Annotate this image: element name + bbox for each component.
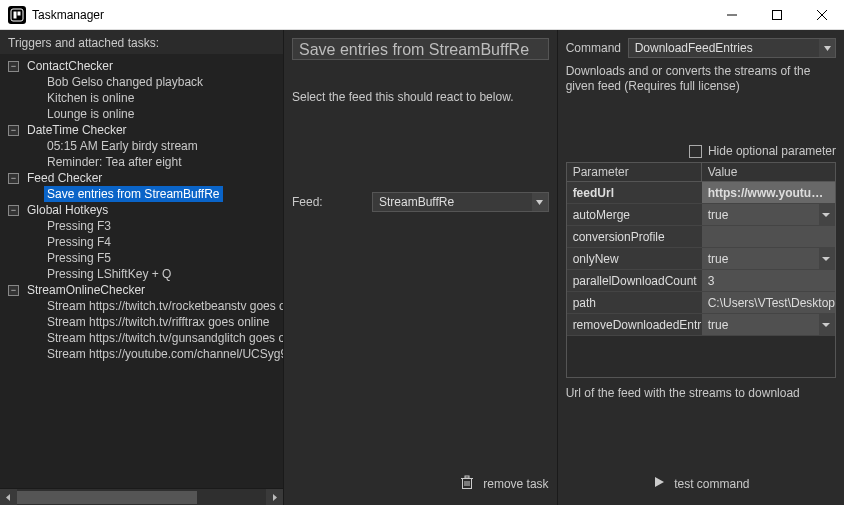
parameter-row[interactable]: pathC:\Users\VTest\Desktop bbox=[567, 292, 835, 314]
collapse-icon[interactable]: − bbox=[8, 125, 19, 136]
chevron-down-icon[interactable] bbox=[822, 213, 830, 217]
parameter-value[interactable]: 3 bbox=[702, 270, 835, 291]
hide-optional-label: Hide optional parameter bbox=[708, 144, 836, 158]
titlebar: Taskmanager bbox=[0, 0, 844, 30]
parameter-value[interactable] bbox=[702, 226, 835, 247]
svg-rect-0 bbox=[11, 9, 23, 21]
remove-task-label: remove task bbox=[483, 477, 548, 491]
tree-group[interactable]: −DateTime Checker bbox=[0, 122, 283, 138]
parameter-row[interactable]: onlyNewtrue bbox=[567, 248, 835, 270]
tree-item[interactable]: Save entries from StreamBuffRe bbox=[0, 186, 283, 202]
svg-marker-7 bbox=[6, 494, 10, 501]
tree-group[interactable]: −Feed Checker bbox=[0, 170, 283, 186]
window-title: Taskmanager bbox=[32, 8, 709, 22]
tree-item[interactable]: Lounge is online bbox=[0, 106, 283, 122]
parameter-name: onlyNew bbox=[567, 248, 702, 269]
tree-item[interactable]: Stream https://twitch.tv/rifftrax goes o… bbox=[0, 314, 283, 330]
parameter-value[interactable]: C:\Users\VTest\Desktop bbox=[702, 292, 835, 313]
tree-item[interactable]: Bob Gelso changed playback bbox=[0, 74, 283, 90]
checkbox-icon[interactable] bbox=[689, 145, 702, 158]
feed-combo[interactable]: StreamBuffRe bbox=[372, 192, 549, 212]
tree-item[interactable]: Stream https://twitch.tv/rocketbeanstv g… bbox=[0, 298, 283, 314]
tree-item-label: Stream https://youtube.com/channel/UCSyg… bbox=[44, 346, 283, 362]
parameter-help-text: Url of the feed with the streams to down… bbox=[566, 386, 836, 400]
task-title-input[interactable]: Save entries from StreamBuffRe bbox=[292, 38, 549, 60]
collapse-icon[interactable]: − bbox=[8, 205, 19, 216]
feed-label: Feed: bbox=[292, 195, 372, 209]
tree-item-label: 05:15 AM Early birdy stream bbox=[44, 138, 201, 154]
tree-group-label: Global Hotkeys bbox=[24, 202, 111, 218]
test-command-label: test command bbox=[674, 477, 749, 491]
parameter-row[interactable]: parallelDownloadCount3 bbox=[567, 270, 835, 292]
tree-group[interactable]: −Global Hotkeys bbox=[0, 202, 283, 218]
command-combo-dropdown-icon[interactable] bbox=[819, 39, 835, 57]
command-combo-value: DownloadFeedEntries bbox=[635, 41, 753, 55]
taskmanager-window: Taskmanager Triggers and attached tasks:… bbox=[0, 0, 844, 505]
parameter-value[interactable]: true bbox=[702, 204, 835, 225]
header-parameter: Parameter bbox=[567, 163, 702, 181]
scroll-right-button[interactable] bbox=[266, 489, 283, 506]
scroll-track[interactable] bbox=[17, 489, 266, 506]
triggers-heading: Triggers and attached tasks: bbox=[0, 30, 283, 54]
tree-item-label: Pressing F5 bbox=[44, 250, 114, 266]
tree-item-label: Stream https://twitch.tv/gunsandglitch g… bbox=[44, 330, 283, 346]
tree-group[interactable]: −StreamOnlineChecker bbox=[0, 282, 283, 298]
scroll-left-button[interactable] bbox=[0, 489, 17, 506]
left-panel: Triggers and attached tasks: −ContactChe… bbox=[0, 30, 284, 505]
close-button[interactable] bbox=[799, 0, 844, 29]
tree-item-label: Pressing F4 bbox=[44, 234, 114, 250]
parameter-name: conversionProfile bbox=[567, 226, 702, 247]
parameter-value[interactable]: true bbox=[702, 314, 835, 335]
minimize-button[interactable] bbox=[709, 0, 754, 29]
parameter-row[interactable]: conversionProfile bbox=[567, 226, 835, 248]
chevron-down-icon[interactable] bbox=[822, 323, 830, 327]
svg-rect-4 bbox=[772, 10, 781, 19]
test-command-button[interactable]: test command bbox=[566, 469, 836, 499]
parameter-table: Parameter Value feedUrlhttps://www.youtu… bbox=[566, 162, 836, 378]
collapse-icon[interactable]: − bbox=[8, 285, 19, 296]
chevron-down-icon[interactable] bbox=[822, 257, 830, 261]
svg-marker-17 bbox=[655, 477, 664, 487]
parameter-value[interactable]: https://www.youtu… bbox=[702, 182, 835, 203]
tree-item-label: Kitchen is online bbox=[44, 90, 137, 106]
tree-item[interactable]: Pressing F4 bbox=[0, 234, 283, 250]
play-icon bbox=[652, 475, 666, 493]
maximize-button[interactable] bbox=[754, 0, 799, 29]
parameter-name: parallelDownloadCount bbox=[567, 270, 702, 291]
parameter-row[interactable]: removeDownloadedEntriestrue bbox=[567, 314, 835, 336]
parameter-row[interactable]: feedUrlhttps://www.youtu… bbox=[567, 182, 835, 204]
tree-item-label: Reminder: Tea after eight bbox=[44, 154, 185, 170]
scroll-thumb[interactable] bbox=[17, 491, 197, 504]
tree-item-label: Pressing LShiftKey + Q bbox=[44, 266, 174, 282]
feed-combo-dropdown-icon[interactable] bbox=[532, 193, 548, 211]
parameter-name: removeDownloadedEntries bbox=[567, 314, 702, 335]
command-label: Command bbox=[566, 41, 628, 55]
triggers-tree[interactable]: −ContactCheckerBob Gelso changed playbac… bbox=[0, 54, 283, 488]
trash-icon bbox=[459, 474, 475, 494]
parameter-row[interactable]: autoMergetrue bbox=[567, 204, 835, 226]
tree-item[interactable]: Stream https://twitch.tv/gunsandglitch g… bbox=[0, 330, 283, 346]
tree-group-label: StreamOnlineChecker bbox=[24, 282, 148, 298]
tree-group-label: Feed Checker bbox=[24, 170, 105, 186]
tree-item-label: Save entries from StreamBuffRe bbox=[44, 186, 223, 202]
svg-rect-2 bbox=[18, 11, 21, 15]
hide-optional-checkbox[interactable]: Hide optional parameter bbox=[566, 144, 836, 158]
tree-item[interactable]: Reminder: Tea after eight bbox=[0, 154, 283, 170]
tree-item[interactable]: 05:15 AM Early birdy stream bbox=[0, 138, 283, 154]
tree-item[interactable]: Pressing LShiftKey + Q bbox=[0, 266, 283, 282]
tree-hscrollbar[interactable] bbox=[0, 488, 283, 505]
tree-group[interactable]: −ContactChecker bbox=[0, 58, 283, 74]
collapse-icon[interactable]: − bbox=[8, 173, 19, 184]
command-combo[interactable]: DownloadFeedEntries bbox=[628, 38, 836, 58]
tree-item-label: Bob Gelso changed playback bbox=[44, 74, 206, 90]
collapse-icon[interactable]: − bbox=[8, 61, 19, 72]
remove-task-button[interactable]: remove task bbox=[292, 469, 549, 499]
tree-item[interactable]: Pressing F5 bbox=[0, 250, 283, 266]
tree-item[interactable]: Kitchen is online bbox=[0, 90, 283, 106]
parameter-value[interactable]: true bbox=[702, 248, 835, 269]
app-icon bbox=[8, 6, 26, 24]
svg-marker-8 bbox=[273, 494, 277, 501]
tree-item[interactable]: Stream https://youtube.com/channel/UCSyg… bbox=[0, 346, 283, 362]
tree-item[interactable]: Pressing F3 bbox=[0, 218, 283, 234]
tree-item-label: Stream https://twitch.tv/rifftrax goes o… bbox=[44, 314, 273, 330]
